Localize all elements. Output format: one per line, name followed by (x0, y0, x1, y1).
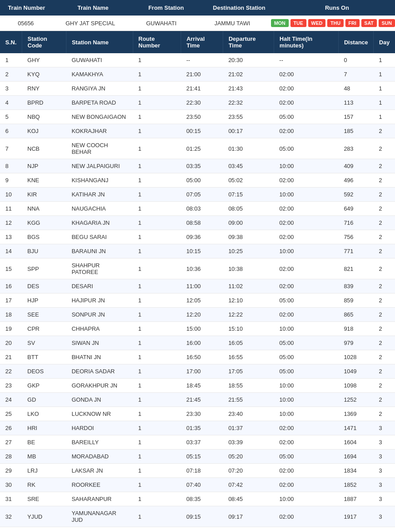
cell-day: 2 (374, 293, 395, 308)
table-row: 30RKROORKEE107:4007:4202:0018523 (0, 478, 395, 492)
cell-name: AMBALA CANT JN (66, 527, 133, 532)
table-row: 28MBMORADABAD105:1505:2005:0016943 (0, 450, 395, 464)
cell-sn: 29 (0, 464, 22, 478)
cell-distance: 1887 (338, 492, 373, 506)
cell-halt: 02:00 (274, 478, 339, 492)
from-station: GUWAHATI (129, 20, 194, 27)
cell-code: KYQ (22, 67, 66, 82)
cell-departure: 18:55 (223, 379, 274, 393)
cell-code: BE (22, 435, 66, 450)
cell-distance: 771 (338, 244, 373, 258)
cell-name: KATIHAR JN (66, 188, 133, 202)
cell-code: NNA (22, 202, 66, 216)
cell-route: 1 (133, 364, 181, 379)
cell-day: 2 (374, 407, 395, 421)
cell-code: RNY (22, 82, 66, 96)
cell-distance: 979 (338, 336, 373, 350)
table-row: 19CPRCHHAPRA115:0015:1010:009182 (0, 322, 395, 336)
day-badge-thu: THU (327, 19, 344, 27)
cell-sn: 28 (0, 450, 22, 464)
cell-halt: 05:00 (274, 450, 339, 464)
cell-day: 2 (374, 364, 395, 379)
table-row: 21BTTBHATNI JN116:5016:5505:0010282 (0, 350, 395, 364)
col-halt-time: Halt Time(In minutes) (274, 31, 339, 53)
col-day: Day (374, 31, 395, 53)
cell-arrival: 21:41 (181, 82, 223, 96)
table-row: 25LKOLUCKNOW NR123:3023:4010:0013692 (0, 407, 395, 421)
cell-arrival: 17:00 (181, 364, 223, 379)
cell-day: 2 (374, 350, 395, 364)
cell-arrival: 12:20 (181, 308, 223, 322)
cell-sn: 18 (0, 308, 22, 322)
day-badge-sat: SAT (361, 19, 377, 27)
cell-name: GORAKHPUR JN (66, 379, 133, 393)
cell-distance: 1471 (338, 421, 373, 435)
header-from-station: From Station (133, 0, 199, 16)
cell-departure: 12:10 (223, 293, 274, 308)
cell-day: 2 (374, 379, 395, 393)
cell-name: NEW JALPAIGURI (66, 159, 133, 173)
cell-halt: 02:00 (274, 308, 339, 322)
cell-distance: 113 (338, 96, 373, 110)
table-row: 33UMBAMBALA CANT JN110:0710:1205:0019683 (0, 527, 395, 532)
cell-day: 2 (374, 230, 395, 244)
cell-name: NEW COOCH BEHAR (66, 138, 133, 159)
cell-departure: 07:15 (223, 188, 274, 202)
cell-distance: 821 (338, 258, 373, 279)
cell-distance: 1604 (338, 435, 373, 450)
cell-route: 1 (133, 379, 181, 393)
cell-name: SAHARANPUR (66, 492, 133, 506)
table-row: 8NJPNEW JALPAIGURI103:3503:4510:004092 (0, 159, 395, 173)
cell-halt: 02:00 (274, 506, 339, 527)
cell-sn: 17 (0, 293, 22, 308)
table-row: 7NCBNEW COOCH BEHAR101:2501:3005:002832 (0, 138, 395, 159)
cell-name: LUCKNOW NR (66, 407, 133, 421)
cell-arrival: 07:05 (181, 188, 223, 202)
cell-halt: 10:00 (274, 393, 339, 407)
cell-halt: 05:00 (274, 138, 339, 159)
cell-departure: 07:20 (223, 464, 274, 478)
cell-arrival: 22:30 (181, 96, 223, 110)
cell-departure: 03:45 (223, 159, 274, 173)
cell-sn: 5 (0, 110, 22, 124)
cell-name: MORADABAD (66, 450, 133, 464)
cell-arrival: -- (181, 53, 223, 67)
cell-sn: 27 (0, 435, 22, 450)
day-badge-sun: SUN (379, 19, 395, 27)
table-row: 16DESDESARI111:0011:0202:008392 (0, 279, 395, 293)
cell-halt: 02:00 (274, 421, 339, 435)
cell-departure: 21:02 (223, 67, 274, 82)
cell-departure: 09:17 (223, 506, 274, 527)
cell-departure: 01:37 (223, 421, 274, 435)
cell-arrival: 09:36 (181, 230, 223, 244)
cell-arrival: 23:50 (181, 110, 223, 124)
cell-name: YAMUNANAGAR JUD (66, 506, 133, 527)
cell-day: 1 (374, 110, 395, 124)
destination-station: JAMMU TAWI (194, 20, 271, 27)
cell-sn: 30 (0, 478, 22, 492)
cell-name: KOKRAJHAR (66, 124, 133, 138)
cell-sn: 23 (0, 379, 22, 393)
cell-day: 2 (374, 159, 395, 173)
cell-route: 1 (133, 67, 181, 82)
cell-sn: 19 (0, 322, 22, 336)
cell-code: GD (22, 393, 66, 407)
cell-sn: 4 (0, 96, 22, 110)
cell-day: 3 (374, 464, 395, 478)
cell-name: GUWAHATI (66, 53, 133, 67)
cell-route: 1 (133, 110, 181, 124)
cell-arrival: 05:15 (181, 450, 223, 464)
cell-halt: 02:00 (274, 124, 339, 138)
header-runs-on: Runs On (279, 0, 395, 16)
cell-route: 1 (133, 478, 181, 492)
cell-day: 2 (374, 173, 395, 188)
cell-distance: 7 (338, 67, 373, 82)
cell-departure: 17:05 (223, 364, 274, 379)
cell-day: 3 (374, 450, 395, 464)
cell-halt: 05:00 (274, 527, 339, 532)
cell-sn: 16 (0, 279, 22, 293)
cell-sn: 13 (0, 230, 22, 244)
cell-code: HRI (22, 421, 66, 435)
cell-distance: 1098 (338, 379, 373, 393)
cell-arrival: 23:30 (181, 407, 223, 421)
